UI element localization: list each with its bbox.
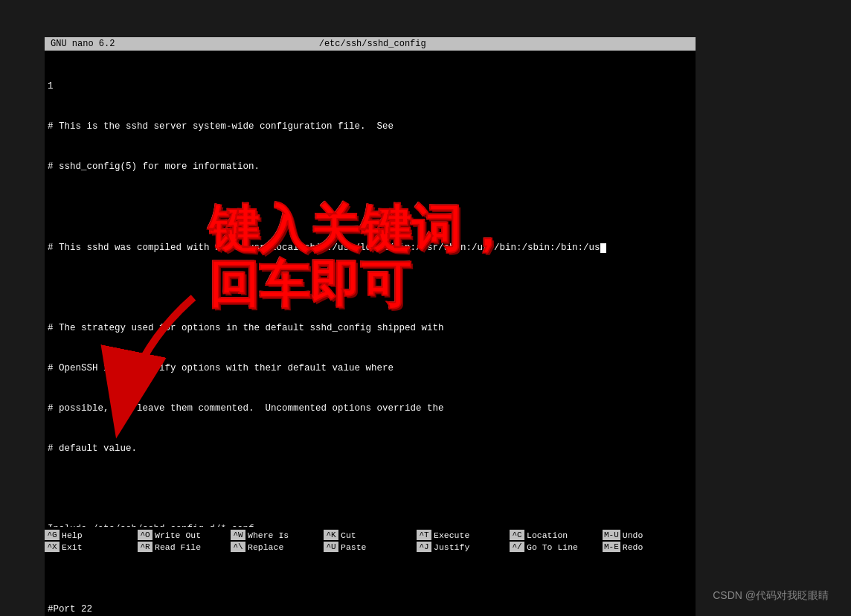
key-ctrl-j: ^J: [417, 542, 431, 552]
watermark: CSDN @代码对我眨眼睛: [713, 589, 829, 603]
key-ctrl-c: ^C: [510, 530, 524, 540]
title-bar: GNU nano 6.2 /etc/ssh/sshd_config: [45, 37, 696, 51]
shortcut-undo: M-U Undo: [603, 530, 696, 540]
shortcut-paste: ^U Paste: [324, 542, 417, 552]
shortcut-row-2: ^X Exit ^R Read File ^\ Replace ^U Paste…: [45, 542, 696, 552]
key-ctrl-w: ^W: [231, 530, 245, 540]
shortcut-exit: ^X Exit: [45, 542, 138, 552]
shortcut-where: ^W Where Is: [231, 530, 324, 540]
shortcut-cut: ^K Cut: [324, 530, 417, 540]
label-goto: Go To Line: [527, 542, 578, 552]
key-ctrl-g: ^G: [45, 530, 60, 540]
label-execute: Execute: [434, 530, 469, 540]
key-m-e: M-E: [603, 542, 620, 552]
label-justify: Justify: [434, 542, 469, 552]
editor-line-7: # The strategy used for options in the d…: [48, 322, 693, 336]
shortcut-location: ^C Location: [510, 530, 603, 540]
shortcut-help: ^G Help: [45, 530, 138, 540]
shortcut-redo: M-E Redo: [603, 542, 696, 552]
key-ctrl-backslash: ^\: [231, 542, 245, 552]
label-help: Help: [62, 530, 83, 540]
key-ctrl-o: ^O: [138, 530, 152, 540]
label-cut: Cut: [341, 530, 356, 540]
label-location: Location: [527, 530, 568, 540]
label-replace: Replace: [248, 542, 283, 552]
editor-line-13: [48, 563, 693, 577]
key-ctrl-u: ^U: [324, 542, 338, 552]
label-undo: Undo: [623, 530, 643, 540]
shortcut-execute: ^T Execute: [417, 530, 510, 540]
shortcut-replace: ^\ Replace: [231, 542, 324, 552]
editor-line-2: # This is the sshd server system-wide co…: [48, 121, 693, 134]
editor-line-1: 1: [48, 80, 693, 94]
title-app: GNU nano 6.2: [51, 39, 115, 49]
editor-line-14: #Port 22: [48, 603, 693, 616]
editor-line-4: [48, 201, 693, 214]
label-paste: Paste: [341, 542, 367, 552]
shortcut-read: ^R Read File: [138, 542, 231, 552]
editor-line-9: # possible, but leave them commented. Un…: [48, 402, 693, 416]
shortcut-bar: ^G Help ^O Write Out ^W Where Is ^K Cut …: [45, 527, 696, 556]
editor-line-5: # This sshd was compiled with PATH=/usr/…: [48, 242, 693, 255]
key-ctrl-x: ^X: [45, 542, 60, 552]
key-m-u: M-U: [603, 530, 620, 540]
label-redo: Redo: [623, 542, 643, 552]
editor-line-6: [48, 282, 693, 295]
key-ctrl-k: ^K: [324, 530, 338, 540]
key-ctrl-r: ^R: [138, 542, 152, 552]
key-ctrl-slash: ^/: [510, 542, 524, 552]
shortcut-goto: ^/ Go To Line: [510, 542, 603, 552]
title-file: /etc/ssh/sshd_config: [115, 39, 630, 49]
editor-line-11: [48, 483, 693, 496]
shortcut-justify: ^J Justify: [417, 542, 510, 552]
label-read: Read File: [155, 542, 201, 552]
editor-line-10: # default value.: [48, 443, 693, 456]
label-where: Where Is: [248, 530, 289, 540]
label-exit: Exit: [62, 542, 83, 552]
editor-line-8: # OpenSSH is to specify options with the…: [48, 362, 693, 376]
key-ctrl-t: ^T: [417, 530, 431, 540]
shortcut-row-1: ^G Help ^O Write Out ^W Where Is ^K Cut …: [45, 530, 696, 540]
editor-line-3: # sshd_config(5) for more information.: [48, 161, 693, 174]
label-write: Write Out: [155, 530, 201, 540]
shortcut-write: ^O Write Out: [138, 530, 231, 540]
